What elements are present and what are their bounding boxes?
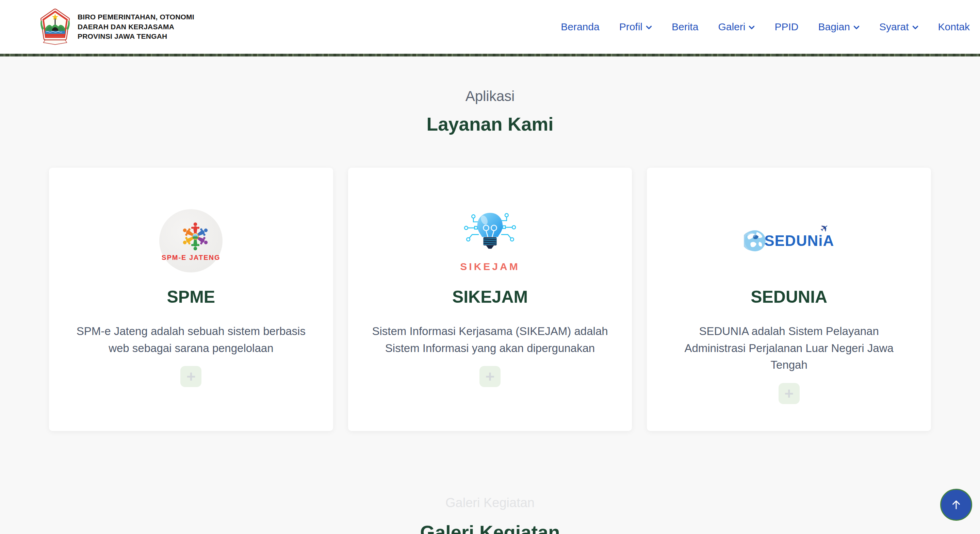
nav-label: Beranda — [561, 21, 599, 33]
sedunia-logo-row: SEDUNiA ✈ — [744, 230, 834, 252]
hero-image-strip — [0, 54, 980, 56]
sedunia-logo-wordmark: SEDUNiA — [764, 232, 834, 249]
spme-logo: SPM-E JATENG — [69, 195, 313, 287]
service-card-spme: SPM-E JATENG SPME SPM-e Jateng adalah se… — [49, 168, 333, 431]
nav-item-beranda[interactable]: Beranda — [561, 21, 599, 33]
sedunia-globe-icon — [744, 230, 766, 252]
card-description-sikejam: Sistem Informasi Kerjasama (SIKEJAM) ada… — [369, 323, 611, 356]
expand-button-sikejam[interactable]: + — [479, 366, 501, 387]
service-card-sedunia: SEDUNiA ✈ SEDUNIA SEDUNIA adalah Sistem … — [647, 168, 931, 431]
service-card-sikejam: SIKEJAM SIKEJAM Sistem Informasi Kerjasa… — [348, 168, 632, 431]
expand-button-spme[interactable]: + — [180, 366, 202, 387]
services-title: Layanan Kami — [0, 113, 980, 135]
brand-line-1: BIRO PEMERINTAHAN, OTONOMI — [78, 12, 194, 22]
nav-label: Galeri — [718, 21, 745, 33]
expand-button-sedunia[interactable]: + — [778, 383, 800, 404]
nav-item-bagian[interactable]: Bagian — [818, 21, 859, 33]
services-section: Aplikasi Layanan Kami — [0, 56, 980, 431]
header: BIRO PEMERINTAHAN, OTONOMI DAERAH DAN KE… — [0, 0, 980, 54]
sikejam-logo: SIKEJAM — [368, 195, 612, 287]
chevron-down-icon — [646, 25, 652, 30]
nav-item-syarat[interactable]: Syarat — [879, 21, 918, 33]
gallery-title: Galeri Kegiatan — [0, 521, 980, 534]
card-description-sedunia: SEDUNIA adalah Sistem Pelayanan Administ… — [668, 323, 910, 373]
spme-logo-circle: SPM-E JATENG — [159, 209, 223, 272]
card-title-sedunia: SEDUNIA — [667, 287, 911, 307]
scroll-to-top-button[interactable] — [940, 489, 972, 521]
spme-logo-wordmark: SPM-E JATENG — [162, 254, 221, 262]
brand-name: BIRO PEMERINTAHAN, OTONOMI DAERAH DAN KE… — [78, 12, 194, 42]
brand-line-2: DAERAH DAN KERJASAMA — [78, 22, 194, 32]
chevron-down-icon — [749, 25, 755, 30]
chevron-down-icon — [912, 25, 918, 30]
nav-label: Berita — [672, 21, 698, 33]
main-nav: Beranda Profil Berita Galeri PPID Bagian… — [561, 21, 970, 33]
site-logo[interactable]: BIRO PEMERINTAHAN, OTONOMI DAERAH DAN KE… — [38, 8, 194, 45]
nav-label: Bagian — [818, 21, 850, 33]
nav-label: Kontak — [938, 21, 970, 33]
nav-label: Syarat — [879, 21, 909, 33]
nav-label: Profil — [619, 21, 643, 33]
sikejam-bulb-icon — [458, 209, 522, 257]
nav-item-profil[interactable]: Profil — [619, 21, 652, 33]
spme-star-icon — [179, 220, 211, 253]
nav-item-galeri[interactable]: Galeri — [718, 21, 755, 33]
card-title-spme: SPME — [69, 287, 313, 307]
gallery-kicker: Galeri Kegiatan — [0, 496, 980, 510]
chevron-down-icon — [853, 25, 859, 30]
services-kicker: Aplikasi — [0, 88, 980, 105]
service-cards: SPM-E JATENG SPME SPM-e Jateng adalah se… — [49, 168, 931, 431]
nav-item-berita[interactable]: Berita — [672, 21, 698, 33]
card-title-sikejam: SIKEJAM — [368, 287, 612, 307]
sikejam-logo-wordmark: SIKEJAM — [460, 261, 520, 272]
card-description-spme: SPM-e Jateng adalah sebuah sistem berbas… — [70, 323, 312, 356]
nav-item-ppid[interactable]: PPID — [775, 21, 798, 33]
jawa-tengah-emblem-icon — [38, 8, 72, 45]
gallery-section: Galeri Kegiatan Galeri Kegiatan — [0, 496, 980, 534]
nav-label: PPID — [775, 21, 798, 33]
brand-line-3: PROVINSI JAWA TENGAH — [78, 32, 194, 41]
arrow-up-icon — [947, 496, 965, 513]
sedunia-logo: SEDUNiA ✈ — [667, 195, 911, 287]
nav-item-kontak[interactable]: Kontak — [938, 21, 970, 33]
